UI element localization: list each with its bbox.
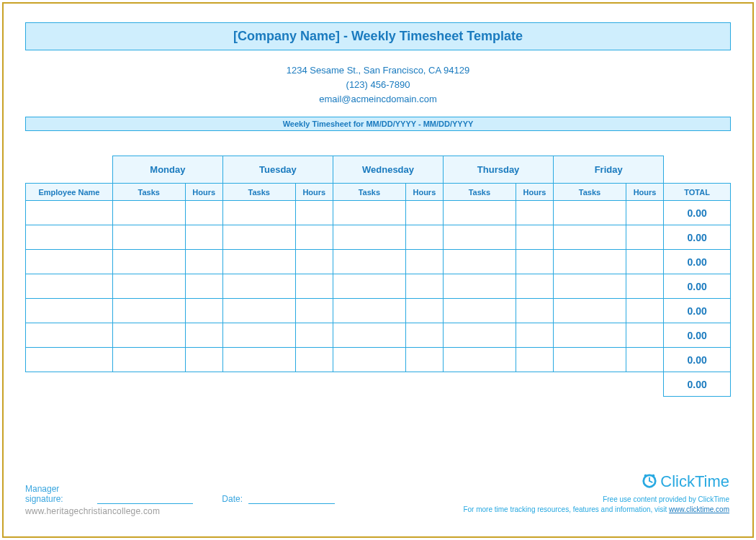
hours-cell[interactable] (626, 299, 663, 323)
hours-cell[interactable] (405, 323, 443, 348)
hours-cell[interactable] (405, 250, 443, 274)
tasks-cell[interactable] (112, 323, 185, 348)
hours-cell[interactable] (516, 348, 553, 372)
hours-cell[interactable] (295, 299, 333, 323)
hours-cell[interactable] (295, 201, 333, 225)
sub-header-row: Employee Name Tasks Hours Tasks Hours Ta… (26, 184, 731, 201)
hours-cell[interactable] (185, 348, 222, 372)
tasks-cell[interactable] (333, 250, 405, 274)
employee-cell[interactable] (26, 225, 113, 250)
tasks-cell[interactable] (222, 348, 295, 372)
row-total-cell: 0.00 (664, 274, 731, 299)
hours-cell[interactable] (626, 250, 663, 274)
hours-cell[interactable] (295, 274, 333, 299)
tasks-cell[interactable] (222, 323, 295, 348)
hours-cell[interactable] (185, 323, 222, 348)
employee-cell[interactable] (26, 274, 113, 299)
tasks-cell[interactable] (333, 348, 405, 372)
tasks-cell[interactable] (554, 250, 626, 274)
date-signature-line[interactable] (248, 494, 335, 504)
row-total-cell: 0.00 (664, 250, 731, 274)
tasks-cell[interactable] (554, 348, 626, 372)
hours-cell[interactable] (516, 299, 553, 323)
tasks-cell[interactable] (112, 250, 185, 274)
title-bar: [Company Name] - Weekly Timesheet Templa… (25, 22, 731, 50)
tasks-cell[interactable] (554, 323, 626, 348)
tasks-cell[interactable] (444, 274, 516, 299)
hours-cell[interactable] (516, 250, 553, 274)
tasks-cell[interactable] (444, 225, 516, 250)
hours-cell[interactable] (185, 225, 222, 250)
hours-cell[interactable] (516, 201, 553, 225)
hours-cell[interactable] (626, 348, 663, 372)
hours-cell[interactable] (185, 274, 222, 299)
tasks-cell[interactable] (333, 299, 405, 323)
hours-cell[interactable] (516, 225, 553, 250)
employee-cell[interactable] (26, 250, 113, 274)
hours-cell[interactable] (185, 201, 222, 225)
row-total-cell: 0.00 (664, 201, 731, 225)
tasks-cell[interactable] (222, 299, 295, 323)
hours-cell[interactable] (405, 274, 443, 299)
tasks-cell[interactable] (112, 274, 185, 299)
employee-cell[interactable] (26, 348, 113, 372)
tasks-cell[interactable] (222, 250, 295, 274)
tasks-cell[interactable] (554, 299, 626, 323)
hours-cell[interactable] (626, 225, 663, 250)
tasks-cell[interactable] (444, 323, 516, 348)
tasks-cell[interactable] (444, 348, 516, 372)
tasks-cell[interactable] (554, 201, 626, 225)
tasks-cell[interactable] (112, 201, 185, 225)
hours-cell[interactable] (185, 299, 222, 323)
tasks-header: Tasks (333, 184, 405, 201)
employee-cell[interactable] (26, 323, 113, 348)
hours-cell[interactable] (626, 323, 663, 348)
tasks-cell[interactable] (333, 274, 405, 299)
day-header: Wednesday (333, 156, 443, 184)
tasks-cell[interactable] (222, 201, 295, 225)
hours-cell[interactable] (295, 323, 333, 348)
tasks-cell[interactable] (112, 348, 185, 372)
employee-cell[interactable] (26, 201, 113, 225)
tasks-cell[interactable] (222, 274, 295, 299)
hours-header: Hours (405, 184, 443, 201)
tasks-cell[interactable] (333, 323, 405, 348)
tasks-cell[interactable] (444, 299, 516, 323)
hours-cell[interactable] (516, 274, 553, 299)
hours-cell[interactable] (295, 225, 333, 250)
hours-cell[interactable] (185, 250, 222, 274)
brand-link[interactable]: www.clicktime.com (669, 505, 729, 513)
hours-cell[interactable] (626, 201, 663, 225)
employee-cell[interactable] (26, 299, 113, 323)
svg-point-2 (652, 474, 655, 477)
table-row: 0.00 (26, 250, 731, 274)
tasks-cell[interactable] (444, 201, 516, 225)
hours-cell[interactable] (516, 323, 553, 348)
signature-area: Manager signature: Date: (25, 484, 335, 504)
day-header: Thursday (444, 156, 554, 184)
document-frame: [Company Name] - Weekly Timesheet Templa… (2, 2, 754, 538)
hours-cell[interactable] (405, 201, 443, 225)
tasks-cell[interactable] (444, 250, 516, 274)
brand-line2: For more time tracking resources, featur… (463, 505, 729, 515)
manager-signature-label: Manager signature: (25, 484, 91, 504)
row-total-cell: 0.00 (664, 323, 731, 348)
tasks-cell[interactable] (333, 225, 405, 250)
document-title: [Company Name] - Weekly Timesheet Templa… (233, 29, 523, 43)
hours-cell[interactable] (626, 274, 663, 299)
tasks-cell[interactable] (554, 225, 626, 250)
hours-cell[interactable] (295, 348, 333, 372)
tasks-cell[interactable] (112, 225, 185, 250)
tasks-cell[interactable] (112, 299, 185, 323)
hours-cell[interactable] (295, 250, 333, 274)
hours-cell[interactable] (405, 348, 443, 372)
tasks-cell[interactable] (554, 274, 626, 299)
manager-signature-line[interactable] (97, 494, 193, 504)
tasks-cell[interactable] (333, 201, 405, 225)
tasks-cell[interactable] (222, 225, 295, 250)
tasks-header: Tasks (112, 184, 185, 201)
total-header: TOTAL (664, 184, 731, 201)
clock-icon (642, 473, 657, 492)
hours-cell[interactable] (405, 299, 443, 323)
hours-cell[interactable] (405, 225, 443, 250)
